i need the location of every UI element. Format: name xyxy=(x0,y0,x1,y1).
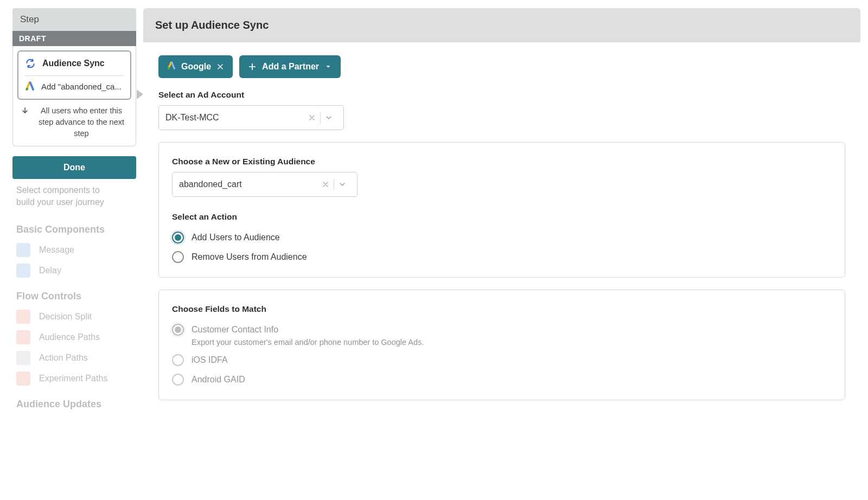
radio-gaid-label: Android GAID xyxy=(192,375,245,384)
done-button[interactable]: Done xyxy=(12,156,136,179)
ad-account-select[interactable]: DK-Test-MCC xyxy=(158,105,344,130)
field-contact-row: Customer Contact Info xyxy=(172,324,832,336)
audience-card: Choose a New or Existing Audience abando… xyxy=(158,142,845,278)
radio-idfa-label: iOS IDFA xyxy=(192,355,228,365)
select-controls xyxy=(304,110,337,126)
step-substep-label: Add "abandoned_ca... xyxy=(41,82,122,91)
divider xyxy=(25,75,124,76)
select-controls xyxy=(317,176,350,193)
step-card: Audience Sync Add "abandoned_ca... All u… xyxy=(12,46,136,146)
audience-value: abandoned_cart xyxy=(179,180,242,189)
main-header: Set up Audience Sync xyxy=(143,8,860,42)
ad-account-label: Select an Ad Account xyxy=(158,90,845,100)
partner-pill-label: Google xyxy=(181,62,211,72)
overlay: Step DRAFT Audience Sync Add "abandoned_… xyxy=(0,0,868,500)
arrow-down-icon xyxy=(21,106,29,115)
google-ads-icon xyxy=(167,61,176,72)
chevron-down-icon[interactable] xyxy=(321,110,337,126)
plus-icon xyxy=(248,62,257,71)
advance-text: All users who enter this step advance to… xyxy=(35,105,128,139)
page-title: Set up Audience Sync xyxy=(155,19,848,31)
partner-pill-google[interactable]: Google xyxy=(158,55,233,78)
radio-add-users-label: Add Users to Audience xyxy=(192,233,280,242)
sync-icon xyxy=(25,58,36,69)
ad-account-value: DK-Test-MCC xyxy=(165,113,219,123)
step-card-inner[interactable]: Audience Sync Add "abandoned_ca... xyxy=(17,50,131,100)
close-icon[interactable] xyxy=(216,63,224,70)
radio-remove-users-label: Remove Users from Audience xyxy=(192,252,307,262)
fields-label: Choose Fields to Match xyxy=(172,304,832,314)
chevron-down-icon[interactable] xyxy=(334,176,350,193)
action-label: Select an Action xyxy=(172,212,832,222)
radio-contact-info xyxy=(172,324,184,336)
caret-down-icon xyxy=(324,63,332,70)
radio-remove-users[interactable] xyxy=(172,251,184,263)
radio-contact-label: Customer Contact Info xyxy=(192,325,278,335)
field-idfa-row: iOS IDFA xyxy=(172,354,832,366)
svg-point-1 xyxy=(168,67,170,69)
radio-idfa xyxy=(172,354,184,366)
main-panel: Set up Audience Sync Google Ad xyxy=(143,8,860,492)
audience-label: Choose a New or Existing Audience xyxy=(172,157,832,166)
field-gaid-row: Android GAID xyxy=(172,374,832,386)
advance-note: All users who enter this step advance to… xyxy=(17,100,131,142)
step-header: Step xyxy=(12,8,136,31)
clear-icon[interactable] xyxy=(304,110,320,126)
connector-arrow-icon xyxy=(137,89,143,99)
add-partner-label: Add a Partner xyxy=(262,62,319,72)
radio-contact-desc: Export your customer's email and/or phon… xyxy=(192,338,832,347)
action-add-row[interactable]: Add Users to Audience xyxy=(172,232,832,243)
step-panel: Step DRAFT Audience Sync Add "abandoned_… xyxy=(12,8,136,179)
main-body: Google Add a Partner Select an Ad Accoun… xyxy=(143,42,860,413)
google-ads-icon xyxy=(25,81,35,91)
add-partner-button[interactable]: Add a Partner xyxy=(239,55,341,78)
status-badge: DRAFT xyxy=(12,31,136,46)
clear-icon[interactable] xyxy=(317,176,334,193)
step-title-row: Audience Sync xyxy=(25,58,124,69)
action-remove-row[interactable]: Remove Users from Audience xyxy=(172,251,832,263)
radio-add-users[interactable] xyxy=(172,232,184,243)
fields-card: Choose Fields to Match Customer Contact … xyxy=(158,290,845,400)
step-substep-row[interactable]: Add "abandoned_ca... xyxy=(25,81,124,91)
partner-pill-row: Google Add a Partner xyxy=(158,55,845,78)
audience-select[interactable]: abandoned_cart xyxy=(172,172,358,197)
radio-gaid xyxy=(172,374,184,386)
step-title: Audience Sync xyxy=(42,59,105,68)
svg-point-0 xyxy=(26,88,29,91)
